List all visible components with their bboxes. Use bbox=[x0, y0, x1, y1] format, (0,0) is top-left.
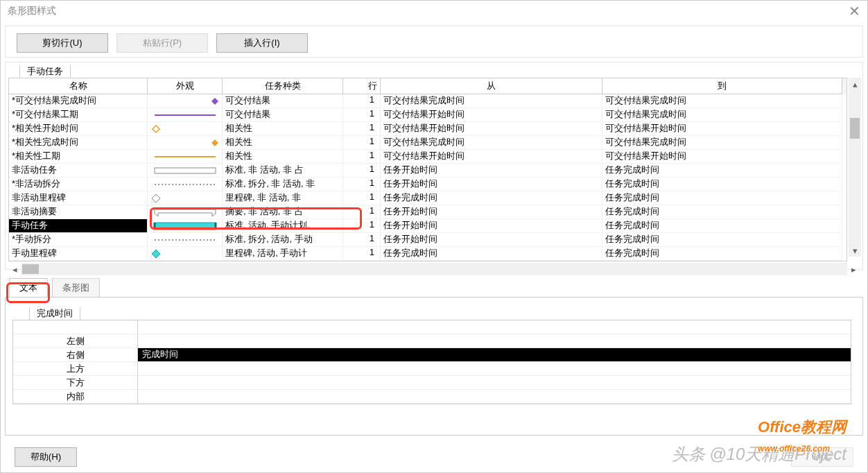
row-top[interactable]: 上方 bbox=[13, 362, 851, 376]
table-row[interactable]: *手动拆分 标准, 拆分, 活动, 手动 1 任务开始时间 任务完成时间 bbox=[9, 233, 847, 247]
table-row[interactable]: *可交付结果完成时间 可交付结果 1 可交付结果完成时间 可交付结果完成时间 bbox=[9, 94, 847, 108]
table-row[interactable]: *可交付结果工期 可交付结果 1 可交付结果开始时间 可交付结果完成时间 bbox=[9, 108, 847, 122]
table-row[interactable]: 手动里程碑 里程碑, 活动, 手动计 1 任务完成时间 任务完成时间 bbox=[9, 247, 847, 261]
cell-appearance bbox=[148, 178, 223, 191]
cell-to: 任务完成时间 bbox=[602, 178, 842, 191]
table-row[interactable]: 非活动里程碑 里程碑, 非 活动, 非 1 任务完成时间 任务完成时间 bbox=[9, 191, 847, 205]
scroll-thumb[interactable] bbox=[850, 118, 860, 139]
cell-type: 里程碑, 非 活动, 非 bbox=[223, 191, 343, 205]
pos-inside-value[interactable] bbox=[138, 390, 851, 404]
toolbar: 剪切行(U) 粘贴行(P) 插入行(I) bbox=[5, 26, 863, 58]
cell-name: 非活动摘要 bbox=[9, 205, 148, 219]
svg-rect-5 bbox=[155, 168, 216, 173]
cell-name: 非活动任务 bbox=[9, 164, 148, 178]
svg-marker-7 bbox=[152, 194, 160, 203]
svg-marker-3 bbox=[211, 139, 218, 146]
col-header-from[interactable]: 从 bbox=[381, 78, 602, 94]
pos-right-value[interactable]: 完成时间 bbox=[138, 348, 851, 362]
col-header-to[interactable]: 到 bbox=[602, 78, 842, 94]
table-row[interactable]: 非活动摘要 摘要, 非 活动, 非 占 1 任务开始时间 任务完成时间 bbox=[9, 205, 847, 219]
cell-from: 任务开始时间 bbox=[381, 233, 602, 247]
col-header-type[interactable]: 任务种类 bbox=[223, 78, 343, 94]
pos-bottom-label: 下方 bbox=[13, 376, 138, 390]
table-row[interactable]: *相关性工期 相关性 1 可交付结果开始时间 可交付结果开始时间 bbox=[9, 150, 847, 164]
cell-type: 里程碑, 活动, 手动计 bbox=[223, 247, 343, 261]
cell-to: 可交付结果开始时间 bbox=[602, 122, 842, 136]
cell-name: 手动里程碑 bbox=[9, 247, 148, 261]
table-row[interactable]: 手动任务 标准, 活动, 手动计划, 1 任务开始时间 任务完成时间 bbox=[9, 219, 847, 233]
cell-from: 任务开始时间 bbox=[381, 178, 602, 191]
position-label-header bbox=[13, 320, 138, 334]
cell-appearance bbox=[148, 219, 223, 233]
cell-to: 可交付结果完成时间 bbox=[602, 108, 842, 122]
scroll-left-icon[interactable]: ◂ bbox=[8, 263, 21, 275]
pos-bottom-value[interactable] bbox=[138, 376, 851, 390]
cell-from: 可交付结果开始时间 bbox=[381, 108, 602, 122]
table-row[interactable]: *非活动拆分 标准, 拆分, 非 活动, 非 1 任务开始时间 任务完成时间 bbox=[9, 178, 847, 191]
cell-name: 手动任务 bbox=[9, 219, 148, 233]
close-icon[interactable]: ✕ bbox=[849, 3, 860, 19]
row-right[interactable]: 右侧 完成时间 bbox=[13, 348, 851, 362]
cell-row: 1 bbox=[343, 136, 381, 150]
pos-left-value[interactable] bbox=[138, 334, 851, 348]
cell-to: 任务完成时间 bbox=[602, 233, 842, 247]
cell-from: 可交付结果开始时间 bbox=[381, 150, 602, 164]
cell-to: 任务完成时间 bbox=[602, 164, 842, 178]
cell-from: 任务开始时间 bbox=[381, 164, 602, 178]
cell-to: 任务完成时间 bbox=[602, 247, 842, 261]
col-header-appearance[interactable]: 外观 bbox=[148, 78, 223, 94]
horizontal-scrollbar[interactable]: ◂ ▸ bbox=[8, 263, 860, 275]
cell-from: 可交付结果开始时间 bbox=[381, 122, 602, 136]
help-button[interactable]: 帮助(H) bbox=[15, 447, 77, 467]
bar-styles-grid[interactable]: 名称 外观 任务种类 行 从 到 *可交付结果完成时间 可交付结果 1 可交付结… bbox=[8, 78, 847, 261]
pos-top-label: 上方 bbox=[13, 362, 138, 376]
tab-text[interactable]: 文本 bbox=[9, 278, 48, 297]
cell-row: 1 bbox=[343, 164, 381, 178]
cell-type: 摘要, 非 活动, 非 占 bbox=[223, 205, 343, 219]
cell-name: *手动拆分 bbox=[9, 233, 148, 247]
ok-button[interactable]: 确定 bbox=[791, 447, 853, 467]
cell-to: 可交付结果完成时间 bbox=[602, 136, 842, 150]
table-row[interactable]: 非活动任务 标准, 非 活动, 非 占 1 任务开始时间 任务完成时间 bbox=[9, 164, 847, 178]
col-header-name[interactable]: 名称 bbox=[9, 78, 148, 94]
cell-from: 可交付结果完成时间 bbox=[381, 136, 602, 150]
cell-name: *相关性开始时间 bbox=[9, 122, 148, 136]
cell-from: 可交付结果完成时间 bbox=[381, 94, 602, 108]
hscroll-thumb[interactable] bbox=[22, 264, 39, 274]
row-left[interactable]: 左侧 bbox=[13, 334, 851, 348]
paste-row-button: 粘贴行(P) bbox=[116, 33, 208, 53]
cell-appearance bbox=[148, 205, 223, 219]
cell-name: 非活动里程碑 bbox=[9, 191, 148, 205]
cell-type: 可交付结果 bbox=[223, 108, 343, 122]
col-header-row[interactable]: 行 bbox=[343, 78, 381, 94]
scroll-up-icon[interactable]: ▴ bbox=[849, 78, 861, 90]
bar-styles-table-area: 手动任务 名称 外观 任务种类 行 从 到 *可交付结果完成时间 可交付结果 1… bbox=[5, 62, 863, 270]
row-bottom[interactable]: 下方 bbox=[13, 376, 851, 390]
title-bar: 条形图样式 ✕ bbox=[1, 1, 867, 22]
cell-to: 任务完成时间 bbox=[602, 205, 842, 219]
vertical-scrollbar[interactable]: ▴ ▾ bbox=[849, 78, 861, 257]
pos-inside-label: 内部 bbox=[13, 390, 138, 404]
insert-row-button[interactable]: 插入行(I) bbox=[216, 33, 308, 53]
svg-marker-2 bbox=[153, 126, 159, 132]
scroll-down-icon[interactable]: ▾ bbox=[849, 244, 861, 257]
cell-row: 1 bbox=[343, 233, 381, 247]
cell-to: 可交付结果开始时间 bbox=[602, 150, 842, 164]
cut-row-button[interactable]: 剪切行(U) bbox=[17, 33, 108, 53]
cell-from: 任务完成时间 bbox=[381, 247, 602, 261]
cell-name: *可交付结果完成时间 bbox=[9, 94, 148, 108]
table-row[interactable]: *相关性开始时间 相关性 1 可交付结果开始时间 可交付结果开始时间 bbox=[9, 122, 847, 136]
table-row[interactable]: *相关性完成时间 相关性 1 可交付结果完成时间 可交付结果完成时间 bbox=[9, 136, 847, 150]
cell-to: 任务完成时间 bbox=[602, 191, 842, 205]
cell-appearance bbox=[148, 136, 223, 150]
cell-appearance bbox=[148, 247, 223, 261]
cell-appearance bbox=[148, 122, 223, 136]
pos-top-value[interactable] bbox=[138, 362, 851, 376]
scroll-right-icon[interactable]: ▸ bbox=[847, 263, 860, 275]
position-value-header bbox=[138, 320, 851, 334]
cell-type: 相关性 bbox=[223, 150, 343, 164]
tab-bar[interactable]: 条形图 bbox=[52, 278, 100, 297]
cell-type: 标准, 拆分, 活动, 手动 bbox=[223, 233, 343, 247]
cell-appearance bbox=[148, 233, 223, 247]
row-inside[interactable]: 内部 bbox=[13, 390, 851, 404]
